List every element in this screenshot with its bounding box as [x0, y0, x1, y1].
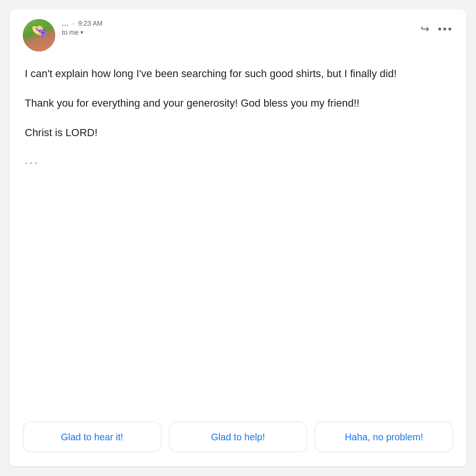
email-body: I can't explain how long I've been searc… — [23, 66, 453, 403]
to-me-dropdown[interactable]: to me ▾ — [62, 29, 103, 36]
more-options-icon[interactable]: ••• — [438, 23, 453, 35]
quick-reply-button-1[interactable]: Glad to hear it! — [23, 422, 161, 452]
avatar — [23, 19, 55, 51]
email-paragraph-3: Christ is LORD! — [25, 125, 451, 141]
header-left: ... · 9:23 AM to me ▾ — [23, 19, 103, 51]
email-expand-ellipsis[interactable]: ... — [25, 154, 451, 167]
reply-icon[interactable]: ↩ — [421, 23, 429, 35]
chevron-down-icon: ▾ — [80, 29, 83, 36]
quick-replies: Glad to hear it! Glad to help! Haha, no … — [23, 403, 453, 452]
quick-reply-button-2[interactable]: Glad to help! — [169, 422, 307, 452]
sender-info: ... · 9:23 AM to me ▾ — [62, 19, 103, 36]
quick-reply-button-3[interactable]: Haha, no problem! — [315, 422, 453, 452]
to-me-label: to me — [62, 29, 79, 36]
email-paragraph-2: Thank you for everything and your genero… — [25, 95, 451, 111]
sender-name-row: ... · 9:23 AM — [62, 19, 103, 28]
email-paragraph-1: I can't explain how long I've been searc… — [25, 66, 451, 82]
email-text-3: Christ is LORD! — [25, 125, 451, 141]
sender-name: ... — [62, 19, 69, 28]
header-actions: ↩ ••• — [421, 19, 453, 35]
email-timestamp: 9:23 AM — [78, 20, 102, 27]
sender-name-dots: · — [72, 20, 74, 27]
avatar-image — [23, 19, 55, 51]
email-text-2: Thank you for everything and your genero… — [25, 95, 451, 111]
email-card: ... · 9:23 AM to me ▾ ↩ ••• I can't expl… — [10, 10, 466, 466]
email-header: ... · 9:23 AM to me ▾ ↩ ••• — [23, 19, 453, 51]
email-text-1: I can't explain how long I've been searc… — [25, 66, 451, 82]
